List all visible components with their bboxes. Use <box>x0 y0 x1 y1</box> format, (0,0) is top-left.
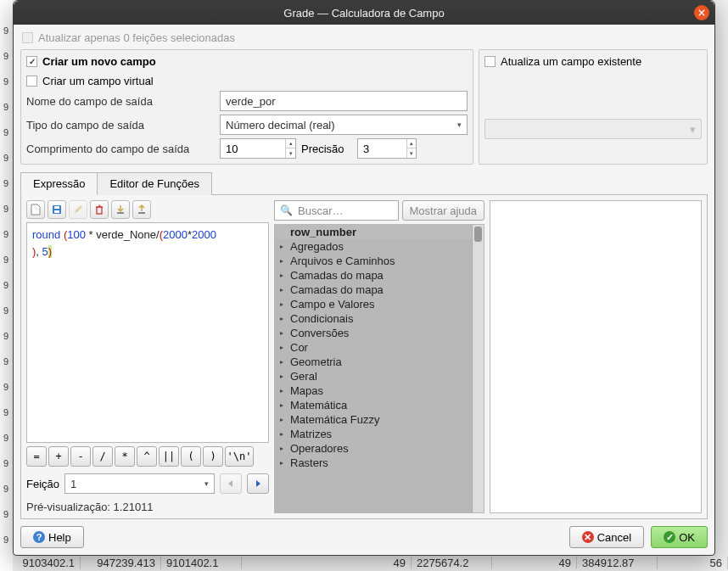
virtual-field-checkbox[interactable] <box>26 76 37 87</box>
op-rparen[interactable]: ) <box>203 446 223 467</box>
expand-icon: ▸ <box>280 300 287 308</box>
new-file-icon[interactable] <box>26 200 45 219</box>
output-type-value: Número decimal (real) <box>226 119 335 132</box>
tree-category[interactable]: ▸Rasters <box>275 456 472 470</box>
ok-button[interactable]: ✓ OK <box>651 526 708 548</box>
output-length-label: Comprimento do campo de saída <box>26 143 215 155</box>
close-button[interactable] <box>694 5 709 20</box>
tree-category[interactable]: ▸Arquivos e Caminhos <box>275 254 472 268</box>
expand-icon: ▸ <box>280 243 287 250</box>
op-lparen[interactable]: ( <box>181 446 201 467</box>
op-power[interactable]: ^ <box>137 446 157 467</box>
op-plus[interactable]: + <box>48 446 69 467</box>
tree-item-label: Cor <box>290 341 308 354</box>
create-new-field-checkbox[interactable]: Criar um novo campo <box>26 55 468 71</box>
tabs: Expressão Editor de Funções <box>20 171 708 194</box>
svg-rect-5 <box>138 212 145 214</box>
dialog-footer: ? Help ✕ Cancel ✓ OK <box>14 519 714 555</box>
checkbox-icon <box>26 56 37 67</box>
tree-category[interactable]: ▸Agregados <box>275 239 472 254</box>
save-icon[interactable] <box>48 200 66 219</box>
tree-category[interactable]: ▸Conversões <box>275 326 472 340</box>
tree-category[interactable]: ▸Matemática <box>275 398 472 412</box>
tree-item-label: Mapas <box>290 384 323 397</box>
show-help-button[interactable]: Mostrar ajuda <box>402 200 484 221</box>
output-length-input[interactable] <box>221 139 285 158</box>
tree-category[interactable]: ▸Operadores <box>275 441 472 456</box>
operator-row: = + - / * ^ || ( ) '\n' <box>26 446 269 467</box>
tree-item-label: Geral <box>290 370 317 383</box>
help-icon: ? <box>33 531 45 543</box>
tree-item-label: Condicionais <box>290 312 353 325</box>
spin-down-icon[interactable]: ▾ <box>286 148 295 158</box>
spin-down-icon[interactable]: ▾ <box>407 148 416 158</box>
op-multiply[interactable]: * <box>115 446 135 467</box>
tree-category[interactable]: ▸Geometria <box>275 355 472 369</box>
expression-editor[interactable]: round (100 * verde_None/(2000*2000), 5) <box>26 222 269 443</box>
scrollbar-thumb[interactable] <box>474 227 482 242</box>
tree-item-row-number[interactable]: row_number <box>275 225 472 239</box>
search-placeholder: Buscar… <box>298 204 343 217</box>
update-selected-label: Atualizar apenas 0 feições selecionadas <box>38 31 235 44</box>
svg-rect-4 <box>117 212 124 214</box>
feature-combo[interactable]: 1 ▾ <box>64 473 215 494</box>
output-name-input[interactable] <box>220 91 468 111</box>
update-existing-checkbox[interactable]: Atualiza um campo existente <box>484 55 702 71</box>
svg-rect-2 <box>54 206 59 209</box>
delete-icon[interactable] <box>90 200 109 219</box>
expand-icon: ▸ <box>280 315 287 322</box>
create-field-panel: Criar um novo campo Criar um campo virtu… <box>20 49 473 165</box>
close-icon: ✕ <box>582 531 594 543</box>
tree-category[interactable]: ▸Matemática Fuzzy <box>275 412 472 427</box>
window-title: Grade — Calculadora de Campo <box>283 7 444 20</box>
existing-field-combo: ▾ <box>484 119 702 139</box>
tree-item-label: Campo e Valores <box>290 298 374 311</box>
checkbox-icon <box>484 56 496 67</box>
expand-icon: ▸ <box>280 329 287 337</box>
cancel-button[interactable]: ✕ Cancel <box>569 526 644 548</box>
tab-function-editor[interactable]: Editor de Funções <box>98 172 212 195</box>
output-type-combo[interactable]: Número decimal (real) ▾ <box>220 115 468 135</box>
tree-item-label: Operadores <box>290 442 349 455</box>
import-icon[interactable] <box>111 200 130 219</box>
field-calculator-dialog: Grade — Calculadora de Campo Atualizar a… <box>13 0 715 556</box>
titlebar[interactable]: Grade — Calculadora de Campo <box>14 1 714 25</box>
tab-expression[interactable]: Expressão <box>20 172 98 195</box>
tree-category[interactable]: ▸Geral <box>275 369 472 383</box>
spin-up-icon[interactable]: ▴ <box>286 139 295 148</box>
op-equals[interactable]: = <box>26 446 47 467</box>
update-selected-checkbox: Atualizar apenas 0 feições selecionadas <box>20 30 708 49</box>
chevron-down-icon: ▾ <box>204 479 209 488</box>
expand-icon: ▸ <box>280 430 287 438</box>
output-name-label: Nome do campo de saída <box>26 95 215 108</box>
tree-category[interactable]: ▸Camadas do mapa <box>275 268 472 283</box>
background-table-row: 9103402.1 947239.413 9101402.1 49 227567… <box>0 557 728 569</box>
output-length-spin[interactable]: ▴▾ <box>220 138 296 159</box>
op-concat[interactable]: || <box>159 446 179 467</box>
precision-spin[interactable]: ▴▾ <box>357 138 417 159</box>
op-minus[interactable]: - <box>70 446 91 467</box>
svg-rect-1 <box>54 210 59 213</box>
preview-row: Pré-visualização: 1.21011 <box>26 501 269 513</box>
tree-category[interactable]: ▸Mapas <box>275 383 472 398</box>
function-tree[interactable]: row_number▸Agregados▸Arquivos e Caminhos… <box>274 224 484 513</box>
op-divide[interactable]: / <box>92 446 113 467</box>
op-newline[interactable]: '\n' <box>225 446 254 467</box>
export-icon[interactable] <box>132 200 151 219</box>
tree-category[interactable]: ▸Condicionais <box>275 311 472 326</box>
spin-up-icon[interactable]: ▴ <box>407 139 416 148</box>
tree-category[interactable]: ▸Cor <box>275 340 472 355</box>
expand-icon: ▸ <box>280 257 287 265</box>
tree-item-label: Camadas do mapa <box>290 269 384 282</box>
scrollbar[interactable] <box>472 225 484 512</box>
search-input[interactable]: 🔍 Buscar… <box>274 200 399 221</box>
tree-category[interactable]: ▸Matrizes <box>275 427 472 441</box>
tree-category[interactable]: ▸Campo e Valores <box>275 297 472 311</box>
help-button[interactable]: ? Help <box>20 526 84 548</box>
tree-category[interactable]: ▸Camadas do mapa <box>275 283 472 297</box>
expand-icon: ▸ <box>280 445 287 452</box>
expand-icon: ▸ <box>280 272 287 279</box>
next-feature-button[interactable] <box>247 473 269 494</box>
precision-input[interactable] <box>358 139 406 158</box>
update-existing-label: Atualiza um campo existente <box>501 55 641 68</box>
